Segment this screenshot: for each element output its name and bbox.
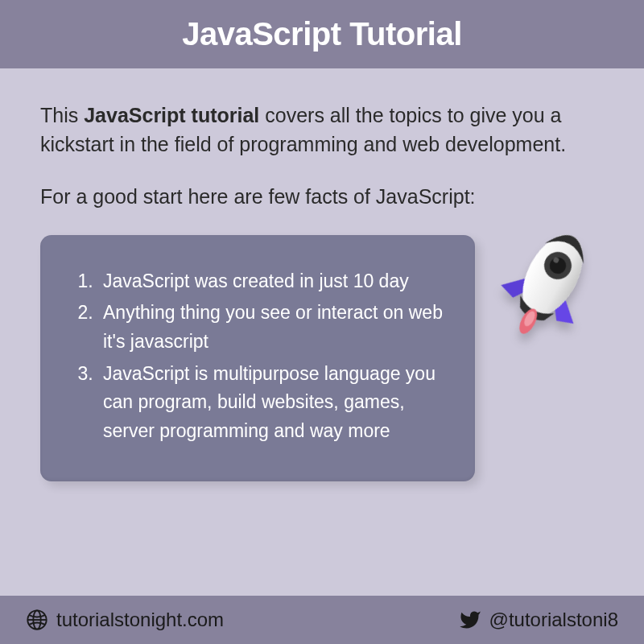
list-item: JavaScript was created in just 10 day bbox=[98, 267, 443, 296]
website-text: tutorialstonight.com bbox=[56, 609, 224, 631]
footer-twitter: @tutorialstoni8 bbox=[459, 609, 618, 631]
page-footer: tutorialstonight.com @tutorialstoni8 bbox=[0, 596, 644, 644]
facts-box: JavaScript was created in just 10 day An… bbox=[40, 235, 475, 481]
list-item: Anything thing you see or interact on we… bbox=[98, 299, 443, 356]
intro-paragraph: This JavaScript tutorial covers all the … bbox=[40, 101, 604, 159]
facts-list: JavaScript was created in just 10 day An… bbox=[72, 267, 443, 446]
intro-text-pre: This bbox=[40, 104, 84, 126]
list-item: JavaScript is multipurpose language you … bbox=[98, 360, 443, 446]
page-header: JavaScript Tutorial bbox=[0, 0, 644, 68]
rocket-icon bbox=[459, 185, 644, 370]
intro-text-bold: JavaScript tutorial bbox=[84, 104, 259, 126]
main-content: This JavaScript tutorial covers all the … bbox=[0, 68, 644, 596]
footer-website: tutorialstonight.com bbox=[26, 609, 224, 631]
twitter-icon bbox=[459, 609, 481, 631]
page-title: JavaScript Tutorial bbox=[182, 16, 462, 52]
globe-icon bbox=[26, 609, 48, 631]
twitter-handle: @tutorialstoni8 bbox=[489, 609, 618, 631]
